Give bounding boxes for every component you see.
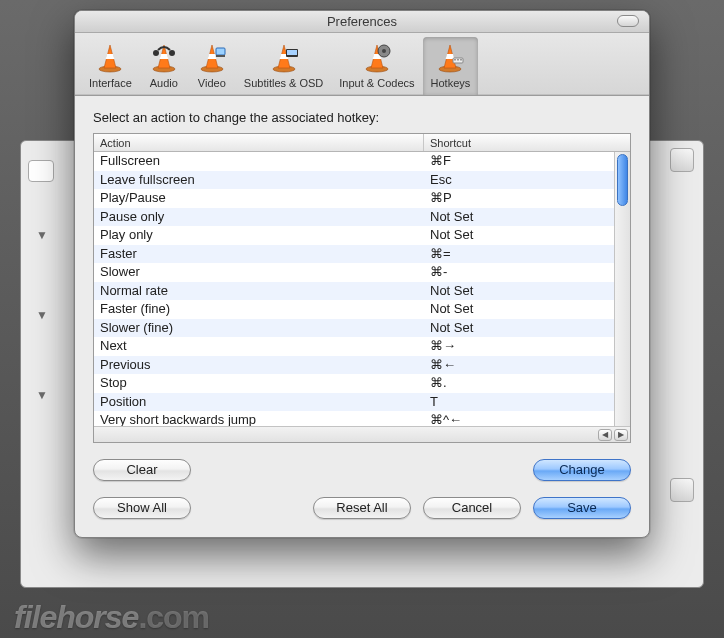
clear-button[interactable]: Clear xyxy=(93,459,191,481)
toolbar-item-label: Interface xyxy=(89,77,132,89)
svg-rect-16 xyxy=(457,59,459,61)
disclosure-triangle-icon: ▼ xyxy=(36,228,48,242)
table-row[interactable]: PositionT xyxy=(94,393,614,412)
cell-action: Play only xyxy=(94,226,424,245)
cell-shortcut: ⌘→ xyxy=(424,337,614,356)
cone-icon xyxy=(94,41,126,75)
cell-shortcut: ⌘F xyxy=(424,152,614,171)
table-row[interactable]: Faster (fine)Not Set xyxy=(94,300,614,319)
cell-shortcut: Not Set xyxy=(424,226,614,245)
cell-shortcut: ⌘P xyxy=(424,189,614,208)
toolbar-item-audio[interactable]: Audio xyxy=(140,37,188,95)
change-button[interactable]: Change xyxy=(533,459,631,481)
table-row[interactable]: Previous⌘← xyxy=(94,356,614,375)
background-tab xyxy=(28,160,54,182)
cell-action: Previous xyxy=(94,356,424,375)
cell-shortcut: ⌘. xyxy=(424,374,614,393)
toolbar-pill-button[interactable] xyxy=(617,15,639,27)
cell-shortcut: T xyxy=(424,393,614,412)
scrollbar-thumb[interactable] xyxy=(617,154,628,206)
background-control xyxy=(670,478,694,502)
cell-action: Slower (fine) xyxy=(94,319,424,338)
toolbar-item-label: Input & Codecs xyxy=(339,77,414,89)
table-body[interactable]: Fullscreen⌘FLeave fullscreenEscPlay/Paus… xyxy=(94,152,614,426)
titlebar: Preferences xyxy=(75,11,649,33)
cone-icon xyxy=(196,41,228,75)
cone-icon xyxy=(148,41,180,75)
cone-icon xyxy=(268,41,300,75)
cell-action: Normal rate xyxy=(94,282,424,301)
cell-shortcut: Not Set xyxy=(424,300,614,319)
toolbar-item-input-codecs[interactable]: Input & Codecs xyxy=(331,37,422,95)
cell-action: Pause only xyxy=(94,208,424,227)
scroll-right-icon[interactable]: ▶ xyxy=(614,429,628,441)
cell-action: Leave fullscreen xyxy=(94,171,424,190)
table-row[interactable]: Slower (fine)Not Set xyxy=(94,319,614,338)
table-row[interactable]: Play onlyNot Set xyxy=(94,226,614,245)
cell-action: Position xyxy=(94,393,424,412)
content-area: Select an action to change the associate… xyxy=(75,96,649,537)
cell-action: Slower xyxy=(94,263,424,282)
scroll-left-icon[interactable]: ◀ xyxy=(598,429,612,441)
toolbar-item-label: Video xyxy=(198,77,226,89)
table-row[interactable]: Pause onlyNot Set xyxy=(94,208,614,227)
cell-action: Very short backwards jump xyxy=(94,411,424,426)
toolbar-item-label: Audio xyxy=(150,77,178,89)
cell-action: Play/Pause xyxy=(94,189,424,208)
cell-shortcut: Not Set xyxy=(424,282,614,301)
cell-shortcut: Not Set xyxy=(424,208,614,227)
window-title: Preferences xyxy=(327,14,397,29)
reset-all-button[interactable]: Reset All xyxy=(313,497,411,519)
toolbar-item-interface[interactable]: Interface xyxy=(81,37,140,95)
cancel-button[interactable]: Cancel xyxy=(423,497,521,519)
instruction-label: Select an action to change the associate… xyxy=(93,110,631,125)
cell-shortcut: Not Set xyxy=(424,319,614,338)
cone-icon xyxy=(361,41,393,75)
table-row[interactable]: Leave fullscreenEsc xyxy=(94,171,614,190)
table-row[interactable]: Normal rateNot Set xyxy=(94,282,614,301)
preferences-window: Preferences InterfaceAudioVideoSubtitles… xyxy=(74,10,650,538)
cell-action: Fullscreen xyxy=(94,152,424,171)
background-control xyxy=(670,148,694,172)
disclosure-triangle-icon: ▼ xyxy=(36,308,48,322)
preferences-toolbar: InterfaceAudioVideoSubtitles & OSDInput … xyxy=(75,33,649,96)
toolbar-item-video[interactable]: Video xyxy=(188,37,236,95)
save-button[interactable]: Save xyxy=(533,497,631,519)
table-row[interactable]: Slower⌘- xyxy=(94,263,614,282)
svg-rect-17 xyxy=(460,59,462,61)
svg-rect-6 xyxy=(216,55,225,57)
hotkeys-table: Action Shortcut Fullscreen⌘FLeave fullsc… xyxy=(93,133,631,443)
cell-action: Stop xyxy=(94,374,424,393)
cell-shortcut: ⌘^← xyxy=(424,411,614,426)
column-header-shortcut[interactable]: Shortcut xyxy=(424,134,630,151)
column-header-action[interactable]: Action xyxy=(94,134,424,151)
toolbar-item-hotkeys[interactable]: Hotkeys xyxy=(423,37,479,95)
toolbar-item-subtitles-osd[interactable]: Subtitles & OSD xyxy=(236,37,331,95)
horizontal-scrollbar[interactable]: ◀ ▶ xyxy=(94,426,630,442)
toolbar-item-label: Subtitles & OSD xyxy=(244,77,323,89)
svg-point-12 xyxy=(382,49,386,53)
disclosure-triangle-icon: ▼ xyxy=(36,388,48,402)
table-row[interactable]: Faster⌘= xyxy=(94,245,614,264)
svg-rect-15 xyxy=(454,59,456,61)
table-row[interactable]: Next⌘→ xyxy=(94,337,614,356)
table-row[interactable]: Very short backwards jump⌘^← xyxy=(94,411,614,426)
svg-point-2 xyxy=(153,50,159,56)
toolbar-item-label: Hotkeys xyxy=(431,77,471,89)
cell-action: Faster (fine) xyxy=(94,300,424,319)
svg-rect-5 xyxy=(216,48,225,55)
cell-shortcut: Esc xyxy=(424,171,614,190)
cell-shortcut: ⌘- xyxy=(424,263,614,282)
cell-shortcut: ⌘= xyxy=(424,245,614,264)
table-row[interactable]: Play/Pause⌘P xyxy=(94,189,614,208)
svg-point-3 xyxy=(169,50,175,56)
table-header: Action Shortcut xyxy=(94,134,630,152)
table-row[interactable]: Stop⌘. xyxy=(94,374,614,393)
vertical-scrollbar[interactable] xyxy=(614,152,630,426)
table-row[interactable]: Fullscreen⌘F xyxy=(94,152,614,171)
cell-shortcut: ⌘← xyxy=(424,356,614,375)
cell-action: Faster xyxy=(94,245,424,264)
watermark: filehorse.com xyxy=(14,599,209,636)
cell-action: Next xyxy=(94,337,424,356)
show-all-button[interactable]: Show All xyxy=(93,497,191,519)
